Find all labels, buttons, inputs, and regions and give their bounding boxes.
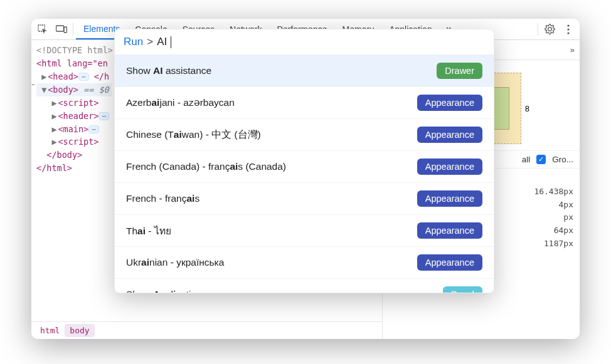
- command-item[interactable]: French - françaisAppearance: [115, 183, 494, 215]
- crumb-body[interactable]: body: [65, 324, 94, 337]
- command-item[interactable]: Azerbaijani - azərbaycanAppearance: [115, 87, 494, 119]
- command-item-label: Ukrainian - українська: [126, 257, 410, 268]
- main-area: ⋯ <!DOCTYPE html> <html lang="en ▶<head>…: [31, 40, 580, 339]
- command-item-label: Chinese (Taiwan) - 中文 (台灣): [126, 128, 410, 142]
- command-item-badge: Appearance: [417, 95, 482, 111]
- svg-rect-1: [56, 26, 64, 31]
- command-item[interactable]: Chinese (Taiwan) - 中文 (台灣)Appearance: [115, 119, 494, 151]
- group-checkbox[interactable]: ✓: [536, 155, 546, 164]
- svg-point-3: [567, 24, 569, 26]
- command-item-label: Show Application: [126, 289, 435, 293]
- command-item-label: French - français: [126, 193, 410, 204]
- command-item-badge: Drawer: [437, 63, 482, 79]
- divider: [73, 23, 73, 36]
- svg-rect-2: [64, 27, 67, 33]
- command-menu: Run > AI Show AI assistanceDrawerAzerbai…: [114, 29, 494, 293]
- svg-point-5: [567, 32, 569, 34]
- show-all-label: all: [522, 155, 531, 164]
- command-item-label: Thai - ไทย: [126, 223, 410, 239]
- crumb-html[interactable]: html: [35, 324, 65, 337]
- command-item[interactable]: Show AI assistanceDrawer: [115, 55, 494, 87]
- command-chevron-icon: >: [147, 36, 153, 48]
- command-item[interactable]: Thai - ไทยAppearance: [115, 215, 494, 247]
- command-item-badge: Appearance: [417, 190, 482, 207]
- command-list[interactable]: Show AI assistanceDrawerAzerbaijani - az…: [115, 55, 494, 293]
- command-input[interactable]: AI: [157, 36, 167, 48]
- command-item-label: French (Canada) - français (Canada): [126, 161, 410, 172]
- styles-overflow-icon[interactable]: »: [570, 45, 575, 55]
- command-run-label: Run: [124, 36, 143, 48]
- svg-point-4: [567, 28, 569, 30]
- group-label: Gro...: [552, 155, 573, 164]
- command-search-row: Run > AI: [115, 29, 494, 55]
- command-item-badge: Appearance: [417, 159, 482, 175]
- command-item-badge: Appearance: [417, 222, 482, 239]
- command-item[interactable]: Show ApplicationPanel: [115, 279, 494, 293]
- breadcrumb: html body: [31, 321, 382, 339]
- inspect-icon[interactable]: [34, 21, 51, 38]
- command-item-label: Show AI assistance: [126, 65, 429, 76]
- command-item[interactable]: Ukrainian - українськаAppearance: [115, 247, 494, 279]
- text-cursor: [171, 36, 171, 48]
- device-toggle-icon[interactable]: [53, 21, 70, 38]
- command-item-label: Azerbaijani - azərbaycan: [126, 97, 410, 108]
- settings-icon[interactable]: [541, 21, 558, 38]
- line-actions-icon[interactable]: ⋯: [31, 80, 35, 89]
- command-item[interactable]: French (Canada) - français (Canada)Appea…: [115, 151, 494, 183]
- command-item-badge: Panel: [443, 286, 482, 293]
- devtools-window: Elements Console Sources Network Perform…: [31, 19, 580, 339]
- command-item-badge: Appearance: [417, 254, 482, 271]
- kebab-icon[interactable]: [560, 21, 577, 38]
- divider: [538, 23, 538, 36]
- command-item-badge: Appearance: [417, 127, 482, 143]
- box-model-value: 8: [525, 104, 529, 113]
